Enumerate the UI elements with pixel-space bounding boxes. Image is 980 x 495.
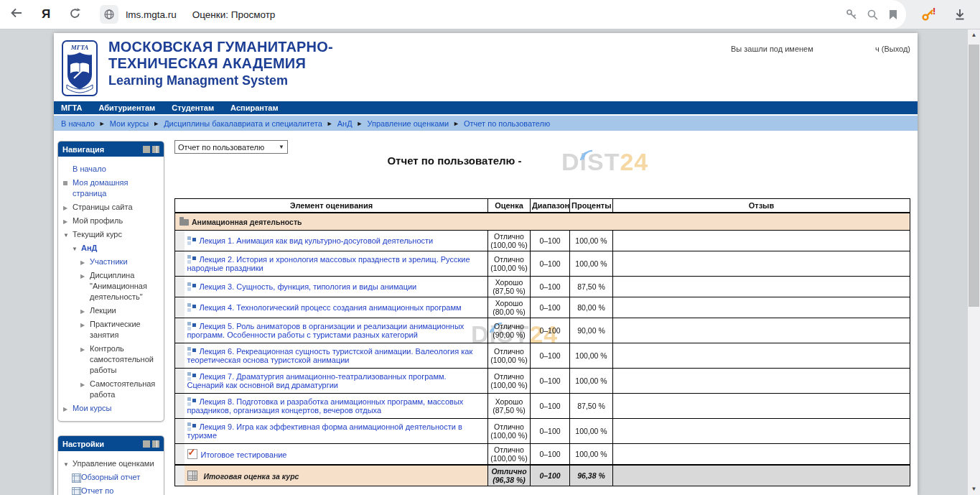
sidebar-item-label[interactable]: Дисциплина "Анимационная деятельность" xyxy=(90,271,147,301)
logout-link[interactable]: ч (Выход) xyxy=(875,45,910,53)
sidebar-item-label[interactable]: Обзорный отчет xyxy=(81,473,140,481)
back-icon[interactable] xyxy=(10,7,23,22)
sidebar-item: Отчет по пользователю xyxy=(62,484,162,495)
sidebar-item: Самостоятельная работа xyxy=(62,377,162,402)
key-icon[interactable] xyxy=(846,9,858,21)
title-line-3: Learning Managment System xyxy=(108,72,333,89)
url-text[interactable]: lms.mgta.ru xyxy=(126,9,177,20)
yandex-icon[interactable]: Я xyxy=(42,7,50,22)
lesson-icon xyxy=(187,236,196,245)
sidebar-item-label[interactable]: Мои курсы xyxy=(73,404,111,412)
search-page-icon[interactable] xyxy=(867,9,879,21)
topnav-item-Студентам[interactable]: Студентам xyxy=(172,103,214,112)
dock-block-icon[interactable] xyxy=(152,146,159,153)
grade-item-link[interactable]: Лекция 4. Технологический процесс создан… xyxy=(200,303,462,312)
expand-icon[interactable] xyxy=(80,305,85,317)
grade-item-link[interactable]: Лекция 8. Подготовка и разработка анимац… xyxy=(187,397,464,415)
collapse-icon[interactable] xyxy=(72,243,78,254)
expand-icon[interactable] xyxy=(63,403,67,415)
settings-block-title: Настройки xyxy=(62,440,104,448)
grade-item-link[interactable]: Лекция 5. Роль аниматоров в организации … xyxy=(187,322,465,339)
grade-item-link[interactable]: Итоговое тестирование xyxy=(201,450,287,459)
sidebar-item-label[interactable]: Текущий курс xyxy=(73,230,122,239)
sidebar-item-label[interactable]: Управление оценками xyxy=(73,459,154,468)
grade-item-link[interactable]: Лекция 9. Игра как эффективная форма ани… xyxy=(187,422,462,440)
scroll-up-icon[interactable]: ▲ xyxy=(968,32,980,38)
collapse-block-icon[interactable] xyxy=(143,440,150,448)
report-type-select[interactable]: Отчет по пользователю ▼ xyxy=(174,140,288,154)
breadcrumb-link[interactable]: Отчет по пользователю xyxy=(464,119,550,128)
download-icon[interactable] xyxy=(953,8,966,24)
bookmark-icon[interactable] xyxy=(887,9,899,21)
grade-word: Хорошо xyxy=(490,397,528,406)
feedback-cell xyxy=(613,277,910,297)
item-cell: Лекция 9. Игра как эффективная форма ани… xyxy=(185,419,488,444)
item-cell: Лекция 8. Подготовка и разработка анимац… xyxy=(185,394,488,419)
scroll-down-icon[interactable]: ▼ xyxy=(968,486,980,492)
indent-cell xyxy=(175,318,185,343)
collapse-block-icon[interactable] xyxy=(143,146,150,153)
column-header: Проценты xyxy=(570,199,613,213)
site-info-chip[interactable] xyxy=(100,5,118,24)
sidebar-item-label[interactable]: Участники xyxy=(90,257,128,266)
quiz-icon xyxy=(187,449,197,459)
sidebar-item-label[interactable]: Мой профиль xyxy=(73,216,123,225)
indent-cell xyxy=(175,444,185,466)
feedback-cell xyxy=(613,251,910,277)
sidebar-item-label[interactable]: Страницы сайта xyxy=(73,203,133,211)
password-alert-icon[interactable]: ! xyxy=(921,7,935,24)
category-row: Анимационная деятельность xyxy=(175,213,910,231)
breadcrumb-link[interactable]: В начало xyxy=(61,119,95,128)
expand-icon[interactable] xyxy=(80,270,85,282)
table-row: Лекция 3. Сущность, функция, типология и… xyxy=(175,277,910,297)
feedback-cell xyxy=(613,465,910,486)
sidebar-item: Мой профиль xyxy=(62,214,162,228)
item-cell: Лекция 3. Сущность, функция, типология и… xyxy=(185,277,488,297)
university-logo: МГТА xyxy=(62,40,98,96)
topnav-item-Абитуриентам[interactable]: Абитуриентам xyxy=(98,103,155,112)
percent-cell: 100,00 % xyxy=(570,444,613,466)
expand-icon[interactable] xyxy=(63,202,67,213)
grade-word: Отлично xyxy=(490,467,528,476)
topnav-item-МГТА[interactable]: МГТА xyxy=(61,103,82,112)
expand-icon[interactable] xyxy=(80,256,85,268)
sidebar-item-label[interactable]: Контроль самостоятельной работы xyxy=(90,344,154,374)
sidebar-item-label[interactable]: АнД xyxy=(81,244,97,252)
expand-icon[interactable] xyxy=(80,343,85,355)
percent-cell: 90,00 % xyxy=(570,318,613,343)
column-header: Диапазон xyxy=(531,199,570,213)
grade-item-link[interactable]: Лекция 1. Анимация как вид культурно-дос… xyxy=(200,236,434,245)
dock-block-icon[interactable] xyxy=(152,440,159,448)
item-cell: Итоговое тестирование xyxy=(185,444,488,466)
range-cell: 0–100 xyxy=(531,394,570,419)
item-cell: Лекция 6. Рекреационная сущность туристс… xyxy=(185,343,488,369)
item-cell: Итоговая оценка за курс xyxy=(185,465,488,486)
sidebar-item-label[interactable]: Отчет по пользователю xyxy=(81,486,133,495)
collapse-icon[interactable] xyxy=(63,229,69,241)
reload-icon[interactable] xyxy=(69,7,81,22)
topnav-item-Аспирантам[interactable]: Аспирантам xyxy=(230,103,278,112)
collapse-icon[interactable] xyxy=(63,458,69,470)
expand-icon[interactable] xyxy=(80,319,85,330)
breadcrumb-link[interactable]: Дисциплины бакалавриата и специалитета xyxy=(164,119,322,128)
svg-text:МГТА: МГТА xyxy=(70,44,88,51)
grade-item-link[interactable]: Лекция 7. Драматургия анимационно-театра… xyxy=(187,372,447,389)
grade-item-link[interactable]: Лекция 3. Сущность, функция, типология и… xyxy=(200,282,417,291)
grade-item-link[interactable]: Лекция 6. Рекреационная сущность туристс… xyxy=(187,347,473,364)
breadcrumb-link[interactable]: АнД xyxy=(337,119,353,128)
scrollbar-thumb[interactable] xyxy=(969,45,979,307)
sidebar-item-label[interactable]: Самостоятельная работа xyxy=(90,379,155,399)
sidebar-item-label[interactable]: Практические занятия xyxy=(90,320,141,339)
sidebar-item-label[interactable]: В начало xyxy=(73,165,106,173)
sidebar-item-label[interactable]: Моя домашняя страница xyxy=(73,178,128,198)
address-bar[interactable]: Я lms.mgta.ru Оценки: Просмотр xyxy=(0,0,906,29)
expand-icon[interactable] xyxy=(80,379,85,390)
grade-word: Отлично xyxy=(490,347,528,356)
page-scrollbar[interactable]: ▲ ▼ xyxy=(968,29,980,495)
lesson-icon xyxy=(187,303,196,312)
grade-item-link[interactable]: Лекция 2. История и хронология массовых … xyxy=(187,255,470,272)
breadcrumb-link[interactable]: Управление оценками xyxy=(368,119,449,128)
breadcrumb-link[interactable]: Мои курсы xyxy=(110,119,149,128)
sidebar-item-label[interactable]: Лекции xyxy=(90,306,116,315)
expand-icon[interactable] xyxy=(63,216,67,227)
